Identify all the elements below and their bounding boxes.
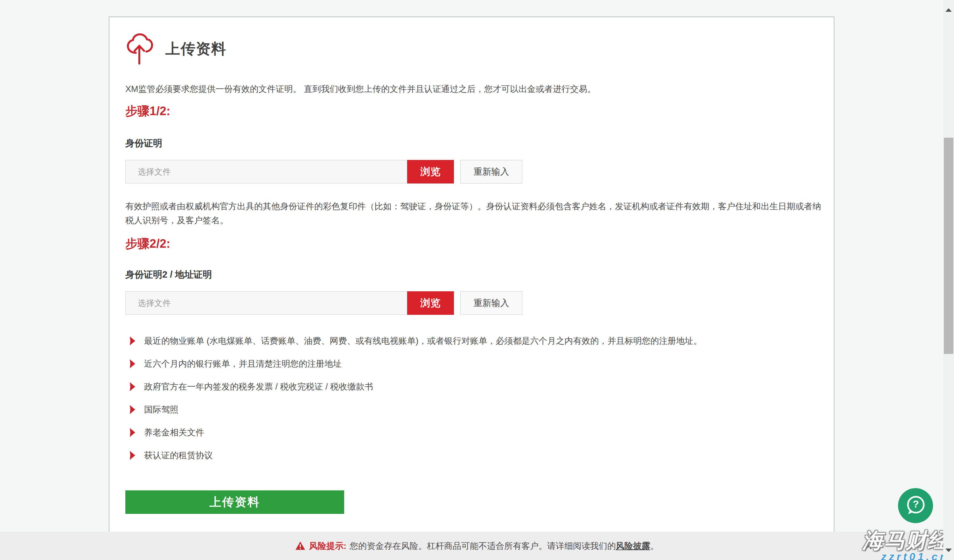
step1-heading: 步骤1/2: [125,103,834,119]
list-item-text: 国际驾照 [144,404,178,415]
identity-proof-description: 有效护照或者由权威机构官方出具的其他身份证件的彩色复印件（比如：驾驶证，身份证等… [125,199,822,227]
list-item: 近六个月内的银行账单，并且清楚注明您的注册地址 [125,358,834,370]
list-item: 养老金相关文件 [125,427,834,438]
address-proof-browse-button[interactable]: 浏览 [407,291,454,315]
scroll-down-arrow-icon [945,549,952,557]
accepted-documents-list: 最近的物业账单 (水电煤账单、话费账单、油费、网费、或有线电视账单)，或者银行对… [125,335,834,461]
identity-proof-file-input[interactable] [125,160,407,184]
intro-text: XM监管必须要求您提供一份有效的文件证明。 直到我们收到您上传的文件并且认证通过… [125,83,834,95]
question-bubble-icon: ? [904,494,927,518]
red-arrow-icon [130,428,135,437]
identity-proof-browse-button[interactable]: 浏览 [407,160,454,184]
scroll-down-button[interactable] [943,549,954,560]
help-chat-button[interactable]: ? [898,488,933,523]
address-proof-file-input[interactable] [125,291,407,315]
scroll-up-button[interactable] [943,0,954,11]
list-item: 国际驾照 [125,404,834,415]
upload-documents-card: 上传资料 XM监管必须要求您提供一份有效的文件证明。 直到我们收到您上传的文件并… [109,17,834,560]
red-arrow-icon [130,451,135,460]
scrollbar-thumb[interactable] [944,138,953,354]
risk-warning-label: 风险提示: [309,540,346,552]
list-item: 获认证的租赁协议 [125,450,834,461]
red-arrow-icon [130,336,135,345]
risk-warning-body: 您的资金存在风险。杠杆商品可能不适合所有客户。请详细阅读我们的 [349,540,616,552]
identity-proof-reset-button[interactable]: 重新输入 [460,160,522,184]
risk-warning-bar: 风险提示: 您的资金存在风险。杠杆商品可能不适合所有客户。请详细阅读我们的 风险… [0,532,954,560]
red-arrow-icon [130,359,135,368]
identity-proof-label: 身份证明 [125,137,834,150]
step2-heading: 步骤2/2: [125,236,834,252]
address-proof-label: 身份证明2 / 地址证明 [125,268,834,281]
page-header: 上传资料 [125,33,834,65]
list-item: 政府官方在一年内签发的税务发票 / 税收完税证 / 税收缴款书 [125,381,834,392]
risk-warning-text: 风险提示: 您的资金存在风险。杠杆商品可能不适合所有客户。请详细阅读我们的 风险… [0,532,954,560]
list-item-text: 政府官方在一年内签发的税务发票 / 税收完税证 / 税收缴款书 [144,381,373,392]
risk-disclosure-link[interactable]: 风险披露 [616,540,650,552]
list-item-text: 养老金相关文件 [144,427,204,438]
scroll-up-arrow-icon [945,3,952,12]
red-arrow-icon [130,382,135,391]
risk-bar-close-button[interactable]: × [859,532,878,560]
svg-text:?: ? [913,498,919,510]
list-item-text: 近六个月内的银行账单，并且清楚注明您的注册地址 [144,358,341,370]
address-proof-file-row: 浏览 重新输入 [125,291,834,315]
cloud-upload-icon [125,33,153,65]
list-item: 最近的物业账单 (水电煤账单、话费账单、油费、网费、或有线电视账单)，或者银行对… [125,335,834,347]
page-title: 上传资料 [165,39,226,59]
close-icon: × [864,538,873,554]
vertical-scrollbar[interactable] [943,0,954,560]
red-arrow-icon [130,405,135,414]
risk-warning-suffix: 。 [650,540,659,552]
identity-proof-file-row: 浏览 重新输入 [125,160,834,184]
warning-triangle-icon [295,541,306,551]
list-item-text: 最近的物业账单 (水电煤账单、话费账单、油费、网费、或有线电视账单)，或者银行对… [144,335,702,347]
upload-documents-button[interactable]: 上传资料 [125,490,344,514]
list-item-text: 获认证的租赁协议 [144,450,213,461]
address-proof-reset-button[interactable]: 重新输入 [460,291,522,315]
